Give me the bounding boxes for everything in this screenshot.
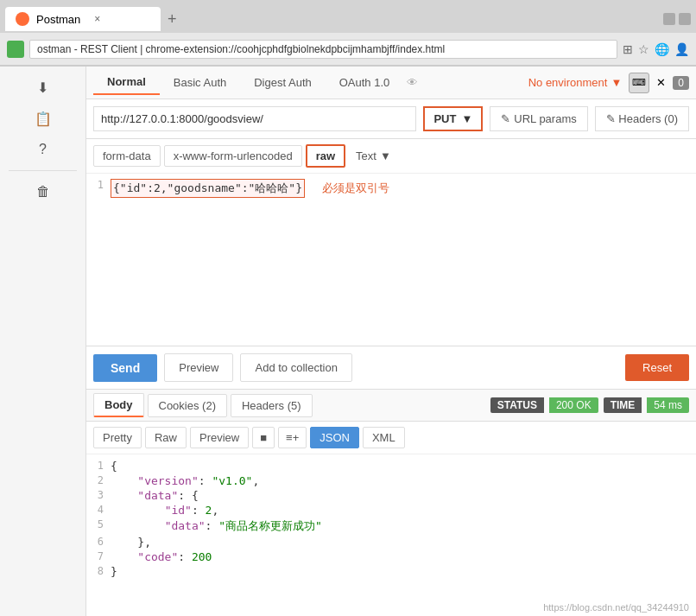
address-display: ostman - REST Client | chrome-extension:… [29, 40, 617, 59]
url-input[interactable] [93, 106, 416, 131]
tab-oauth[interactable]: OAuth 1.0 [326, 71, 404, 94]
tab-form-data[interactable]: form-data [93, 145, 161, 167]
resp-lnum-1: 1 [86, 458, 111, 473]
main-panel: Normal Basic Auth Digest Auth OAuth 1.0 … [86, 67, 696, 616]
resp-lnum-6: 6 [86, 534, 111, 549]
tab-headers[interactable]: Headers (5) [231, 394, 313, 417]
eye-icon: 👁 [407, 76, 418, 89]
status-label: STATUS [490, 397, 544, 413]
code-editor[interactable]: 1 {"id":2,"goodsname":"哈哈哈"} 必须是双引号 [86, 174, 696, 346]
resp-line-3: 3 "data": { [86, 487, 696, 502]
app-icon [7, 41, 24, 58]
format-tabs-bar: Pretty Raw Preview ■ ≡+ JSON XML [86, 422, 696, 454]
headers-label: Headers (0) [618, 112, 678, 125]
resp-content-4: "id": 2, [111, 502, 218, 517]
tab-raw-resp[interactable]: Raw [145, 427, 187, 448]
send-button[interactable]: Send [93, 354, 157, 382]
resp-line-7: 7 "code": 200 [86, 549, 696, 563]
trash-icon[interactable]: 🗑 [29, 178, 57, 206]
resp-line-1: 1 { [86, 458, 696, 473]
resp-content-1: { [111, 458, 117, 473]
code-line-1: 1 {"id":2,"goodsname":"哈哈哈"} 必须是双引号 [86, 177, 696, 198]
url-params-label: URL params [514, 112, 576, 125]
url-bar: PUT ▼ ✎ URL params ✎ Headers (0) [86, 99, 696, 139]
method-dropdown-icon: ▼ [461, 112, 472, 125]
tab-bar: Postman × + [0, 0, 696, 33]
tab-pretty[interactable]: Pretty [93, 427, 142, 448]
address-bar-icons: ⊞ ☆ 🌐 👤 [623, 42, 689, 56]
copy-icon[interactable]: ■ [252, 427, 275, 448]
resp-content-8: } [111, 563, 117, 578]
body-type-tabs: form-data x-www-form-urlencoded raw Text… [86, 139, 696, 174]
response-section: Body Cookies (2) Headers (5) STATUS 200 … [86, 390, 696, 616]
line-content-1: {"id":2,"goodsname":"哈哈哈"} 必须是双引号 [111, 177, 696, 198]
resp-content-7: "code": 200 [111, 549, 212, 563]
tab-basic-auth[interactable]: Basic Auth [160, 71, 240, 94]
resp-lnum-8: 8 [86, 563, 111, 578]
headers-button[interactable]: ✎ Headers (0) [595, 106, 689, 131]
resp-line-2: 2 "version": "v1.0", [86, 473, 696, 487]
globe-icon: 🌐 [655, 42, 669, 56]
share-icon[interactable]: 📋 [29, 105, 57, 132]
notification-badge: 0 [673, 76, 689, 90]
time-label: TIME [604, 397, 642, 413]
resp-lnum-3: 3 [86, 487, 111, 502]
tab-json[interactable]: JSON [310, 427, 359, 448]
resp-content-5: "data": "商品名称更新成功" [111, 517, 322, 534]
tab-normal[interactable]: Normal [93, 70, 160, 95]
tab-preview-resp[interactable]: Preview [190, 427, 249, 448]
postman-app: ⬇ 📋 ? 🗑 Normal Basic Auth Digest Auth OA… [0, 67, 696, 616]
resp-lnum-2: 2 [86, 473, 111, 487]
no-env-label: No environment [528, 76, 608, 89]
profile-icon[interactable]: 👤 [674, 42, 689, 56]
sidebar: ⬇ 📋 ? 🗑 [0, 67, 86, 616]
tab-raw[interactable]: raw [306, 144, 345, 168]
edit-icon: ✎ [501, 112, 510, 125]
resp-line-6: 6 }, [86, 534, 696, 549]
tab-digest-auth[interactable]: Digest Auth [240, 71, 326, 94]
method-selector[interactable]: PUT ▼ [423, 106, 483, 131]
resp-content-2: "version": "v1.0", [111, 473, 259, 487]
text-type-label: Text [356, 149, 376, 162]
edit-icon-2: ✎ [606, 112, 616, 125]
resp-lnum-7: 7 [86, 549, 111, 563]
tab-title: Postman [36, 13, 80, 26]
resp-line-8: 8 } [86, 563, 696, 578]
add-to-collection-button[interactable]: Add to collection [240, 353, 351, 382]
postman-tab[interactable]: Postman × [5, 7, 161, 31]
keyboard-icon: ⌨ [629, 73, 649, 93]
tab-xml[interactable]: XML [363, 427, 405, 448]
url-params-button[interactable]: ✎ URL params [490, 106, 587, 131]
help-icon[interactable]: ? [29, 136, 57, 163]
tab-urlencoded[interactable]: x-www-form-urlencoded [164, 145, 302, 167]
text-type-dropdown[interactable]: Text ▼ [349, 146, 398, 166]
text-dropdown-arrow: ▼ [380, 149, 391, 162]
response-body: 1 { 2 "version": "v1.0", 3 "data": { [86, 454, 696, 616]
tab-cookies[interactable]: Cookies (2) [148, 394, 227, 417]
dropdown-icon: ▼ [611, 76, 622, 89]
minimize-button[interactable] [663, 13, 675, 25]
line-number-1: 1 [86, 177, 111, 198]
header-icons: ⌨ ✕ 0 [629, 73, 689, 93]
star-icon[interactable]: ☆ [638, 42, 649, 56]
reset-button[interactable]: Reset [625, 354, 689, 381]
resp-line-5: 5 "data": "商品名称更新成功" [86, 517, 696, 534]
new-tab-button[interactable]: + [161, 10, 184, 29]
resp-content-6: }, [111, 534, 151, 549]
resp-content-3: "data": { [111, 487, 199, 502]
tab-favicon [16, 12, 29, 26]
wrench-icon[interactable]: ✕ [656, 76, 666, 89]
tab-close-button[interactable]: × [94, 13, 100, 25]
no-environment[interactable]: No environment ▼ [528, 76, 623, 89]
address-bar: ostman - REST Client | chrome-extension:… [0, 33, 696, 66]
time-value: 54 ms [647, 397, 689, 413]
resp-lnum-4: 4 [86, 502, 111, 517]
action-bar: Send Preview Add to collection Reset [86, 346, 696, 390]
tab-body[interactable]: Body [93, 393, 144, 417]
maximize-button[interactable] [679, 13, 691, 25]
annotation-text: 必须是双引号 [322, 181, 389, 194]
preview-button[interactable]: Preview [164, 353, 233, 382]
status-value: 200 OK [549, 397, 598, 413]
import-icon[interactable]: ⬇ [29, 73, 57, 101]
wrap-icon[interactable]: ≡+ [278, 427, 307, 448]
